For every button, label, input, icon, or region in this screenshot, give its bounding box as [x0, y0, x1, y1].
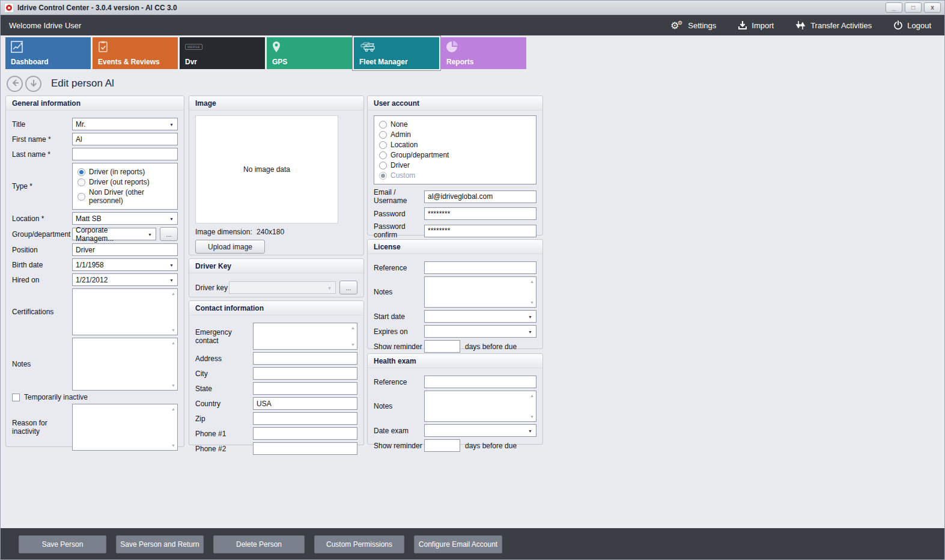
last-name-field[interactable] [72, 148, 178, 160]
radio-icon [77, 168, 85, 176]
module-tabs: Dashboard Events & Reviews MERGE Dvr GPS… [1, 35, 944, 72]
upload-image-button[interactable]: Upload image [195, 240, 265, 254]
tab-dvr[interactable]: MERGE Dvr [180, 37, 265, 69]
save-person-button[interactable]: Save Person [19, 535, 106, 553]
hired-on-picker[interactable]: 1/21/2012▼ [72, 273, 178, 286]
minimize-button[interactable]: _ [886, 2, 902, 13]
tab-label: Dashboard [11, 58, 85, 66]
configure-email-button[interactable]: Configure Email Account [414, 535, 502, 553]
position-label: Position [12, 246, 72, 254]
country-field[interactable] [253, 397, 357, 410]
radio-non-driver[interactable]: Non Driver (other personnel) [77, 188, 172, 205]
password-field[interactable] [424, 207, 536, 220]
panel-title: Driver Key [189, 259, 363, 273]
reason-inactivity-textarea[interactable]: ▲▼ [72, 404, 178, 451]
license-reference-field[interactable] [424, 261, 536, 274]
health-notes-textarea[interactable]: ▲▼ [424, 391, 536, 422]
city-field[interactable] [253, 367, 357, 380]
temporarily-inactive-checkbox[interactable] [12, 394, 20, 401]
driver-key-select[interactable]: ▼ [229, 281, 336, 294]
tab-events-reviews[interactable]: Events & Reviews [93, 37, 178, 69]
radio-role-driver[interactable]: Driver [379, 161, 531, 169]
password-confirm-field[interactable] [424, 225, 536, 237]
group-department-select[interactable]: Corporate Managem...▼ [72, 228, 156, 240]
health-reference-label: Reference [374, 378, 424, 386]
license-reminder-label: Show reminder [374, 342, 424, 351]
tab-label: Fleet Manager [359, 58, 434, 66]
panel-contact-information: Contact information Emergency contact ▲▼… [189, 300, 364, 445]
email-username-field[interactable] [424, 190, 536, 203]
settings-button[interactable]: ⚙⚙ Settings [670, 19, 716, 31]
radio-role-admin[interactable]: Admin [379, 130, 531, 139]
panel-image: Image No image data Image dimension: 240… [189, 96, 364, 255]
panel-driver-key: Driver Key Driver key ▼ ... [189, 258, 364, 297]
address-field[interactable] [253, 352, 357, 365]
radio-icon [379, 131, 387, 139]
state-label: State [195, 385, 253, 393]
zip-field[interactable] [253, 412, 357, 425]
temporarily-inactive-row[interactable]: Temporarily inactive [12, 393, 178, 401]
logout-button[interactable]: Logout [893, 20, 931, 30]
license-reminder-field[interactable] [424, 340, 460, 353]
app-window: { "window": { "title": "Idrive Control C… [0, 0, 945, 560]
birth-date-picker[interactable]: 1/1/1958▼ [72, 258, 178, 271]
position-field[interactable] [72, 243, 178, 256]
maximize-button[interactable]: □ [905, 2, 922, 13]
transfer-activities-button[interactable]: Transfer Activities [795, 20, 872, 31]
arrow-down-icon [29, 79, 38, 89]
location-pin-icon [272, 40, 347, 53]
health-reference-field[interactable] [424, 376, 536, 388]
license-expires-picker[interactable]: ▼ [424, 325, 536, 338]
driver-key-browse-button[interactable]: ... [339, 281, 357, 294]
chevron-down-icon: ▼ [169, 278, 174, 282]
radio-role-location[interactable]: Location [379, 141, 531, 149]
tab-reports[interactable]: Reports [441, 37, 526, 69]
close-button[interactable]: x [924, 2, 941, 13]
radio-role-none[interactable]: None [379, 120, 531, 129]
group-browse-button[interactable]: ... [160, 227, 178, 241]
notes-textarea[interactable]: ▲▼ [72, 338, 178, 391]
page-title: Edit person Al [51, 78, 114, 90]
state-field[interactable] [253, 382, 357, 395]
delete-person-button[interactable]: Delete Person [213, 535, 305, 553]
svg-text:⚙: ⚙ [678, 20, 682, 26]
power-icon [893, 20, 903, 30]
footer-bar: Save Person Save Person and Return Delet… [1, 528, 944, 560]
radio-icon [77, 178, 85, 186]
phone2-field[interactable] [253, 442, 357, 455]
import-button[interactable]: Import [738, 20, 774, 30]
first-name-field[interactable] [72, 133, 178, 145]
tab-fleet-manager[interactable]: Fleet Manager [354, 37, 439, 69]
back-button[interactable] [7, 76, 23, 92]
top-bar: Welcome Idrive User ⚙⚙ Settings Import T… [1, 15, 944, 35]
license-start-date-picker[interactable]: ▼ [424, 310, 536, 323]
emergency-contact-textarea[interactable]: ▲▼ [253, 323, 357, 350]
license-notes-textarea[interactable]: ▲▼ [424, 276, 536, 308]
chevron-down-icon: ▼ [169, 216, 174, 221]
collapse-button[interactable] [25, 76, 41, 92]
save-person-return-button[interactable]: Save Person and Return [116, 535, 204, 553]
radio-icon [77, 193, 85, 201]
radio-icon [379, 121, 387, 129]
health-reminder-field[interactable] [424, 439, 460, 452]
phone1-field[interactable] [253, 427, 357, 440]
panel-general-information: General information Title Mr.▼ First nam… [5, 96, 184, 447]
notes-label: Notes [12, 360, 72, 368]
scroll-up-icon: ▲ [171, 341, 175, 345]
location-select[interactable]: Matt SB▼ [72, 212, 178, 225]
custom-permissions-button[interactable]: Custom Permissions [314, 535, 404, 553]
health-date-exam-picker[interactable]: ▼ [424, 424, 536, 437]
address-label: Address [195, 355, 253, 363]
certifications-label: Certifications [12, 308, 72, 316]
certifications-textarea[interactable]: ▲▼ [72, 288, 178, 335]
title-select[interactable]: Mr.▼ [72, 118, 178, 130]
radio-role-group-department[interactable]: Group/department [379, 151, 531, 159]
license-expires-label: Expires on [374, 327, 424, 336]
radio-driver-out-reports[interactable]: Driver (out reports) [77, 178, 172, 186]
radio-icon [379, 172, 387, 180]
clipboard-check-icon [98, 40, 172, 53]
tab-dashboard[interactable]: Dashboard [5, 37, 91, 69]
health-notes-label: Notes [374, 402, 424, 410]
tab-gps[interactable]: GPS [267, 37, 352, 69]
radio-driver-in-reports[interactable]: Driver (in reports) [77, 168, 172, 176]
